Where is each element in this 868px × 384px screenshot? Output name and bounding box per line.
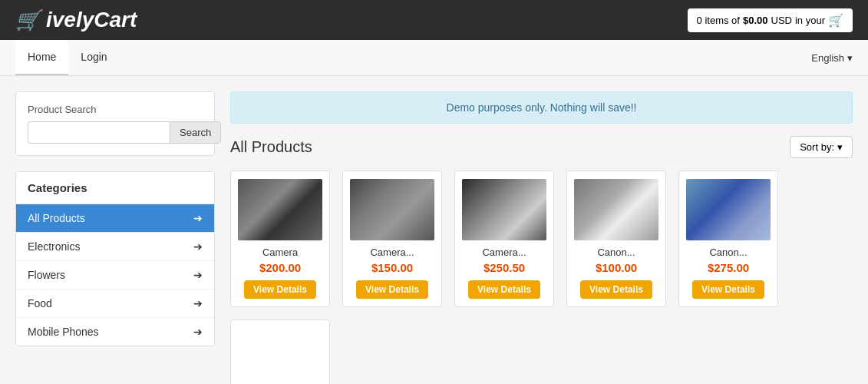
products-grid: Camera $200.00 View Details Camera... $1… — [230, 170, 853, 384]
product-image — [238, 328, 322, 384]
category-label: Food — [28, 297, 52, 310]
logo: 🛒 ivelyCart — [15, 8, 137, 32]
product-card: Canon... $275.00 View Details — [678, 170, 778, 307]
view-details-button[interactable]: View Details — [244, 280, 316, 299]
products-header: All Products Sort by: ▾ — [230, 136, 853, 158]
sidebar: Product Search Search Categories All Pro… — [15, 91, 215, 384]
cart-info[interactable]: 0 items of $0.00 USD in your 🛒 — [688, 8, 853, 32]
language-selector[interactable]: English ▾ — [811, 52, 853, 64]
view-details-button[interactable]: View Details — [468, 280, 540, 299]
search-row: Search — [28, 121, 203, 144]
product-image — [350, 179, 434, 240]
product-name: Camera... — [370, 247, 414, 258]
nav-home[interactable]: Home — [15, 40, 68, 75]
category-mobile-phones[interactable]: Mobile Phones ➔ — [16, 318, 214, 346]
product-price: $100.00 — [596, 261, 637, 274]
cart-logo-icon: 🛒 — [15, 8, 40, 32]
main-content: Demo purposes only. Nothing will save!! … — [230, 91, 853, 384]
product-card: Canon... $100.00 View Details — [566, 170, 666, 307]
category-label: Electronics — [28, 240, 80, 253]
category-label: Flowers — [28, 269, 65, 281]
nav-login[interactable]: Login — [68, 40, 119, 75]
product-price: $250.50 — [484, 261, 525, 274]
product-name: Camera — [262, 247, 298, 258]
product-image — [238, 179, 322, 240]
product-name: Canon... — [709, 247, 747, 258]
view-details-button[interactable]: View Details — [580, 280, 652, 299]
category-electronics[interactable]: Electronics ➔ — [16, 233, 214, 261]
sort-button[interactable]: Sort by: ▾ — [790, 136, 853, 158]
cart-icon: 🛒 — [828, 13, 843, 28]
product-name: Camera... — [482, 247, 526, 258]
product-image — [574, 179, 658, 240]
categories-title: Categories — [16, 172, 214, 204]
chevron-down-icon: ▾ — [837, 141, 843, 153]
arrow-icon: ➔ — [193, 240, 203, 253]
product-price: $275.00 — [708, 261, 749, 274]
product-card: Camera... $250.50 View Details — [454, 170, 554, 307]
product-card: Canon... $300.00 View Details — [230, 319, 330, 384]
nav-links: Home Login — [15, 40, 120, 75]
product-name: Canon... — [597, 247, 635, 258]
category-all-products[interactable]: All Products ➔ — [16, 204, 214, 233]
search-input[interactable] — [28, 121, 170, 144]
product-image — [686, 179, 771, 240]
sort-label: Sort by: — [800, 141, 834, 153]
arrow-icon: ➔ — [193, 297, 203, 310]
product-price: $150.00 — [371, 261, 413, 274]
category-label: All Products — [28, 212, 85, 224]
arrow-icon: ➔ — [193, 269, 203, 281]
page-title: All Products — [230, 138, 312, 156]
cart-suffix: in your — [795, 15, 825, 26]
cart-amount: $0.00 — [743, 15, 768, 26]
nav: Home Login English ▾ — [0, 40, 868, 76]
category-label: Mobile Phones — [28, 326, 99, 338]
category-flowers[interactable]: Flowers ➔ — [16, 261, 214, 290]
chevron-down-icon: ▾ — [847, 52, 853, 64]
product-card: Camera... $150.00 View Details — [342, 170, 442, 307]
cart-count-text: 0 items of — [697, 15, 740, 26]
demo-banner: Demo purposes only. Nothing will save!! — [230, 91, 853, 124]
language-label: English — [811, 52, 844, 64]
view-details-button[interactable]: View Details — [356, 280, 428, 299]
search-label: Product Search — [28, 104, 203, 115]
product-price: $200.00 — [259, 261, 301, 274]
search-button[interactable]: Search — [170, 121, 221, 144]
cart-currency: USD — [771, 15, 792, 26]
product-card: Camera $200.00 View Details — [230, 170, 330, 307]
product-image — [462, 179, 546, 240]
arrow-icon: ➔ — [193, 212, 203, 224]
main-layout: Product Search Search Categories All Pro… — [0, 76, 868, 384]
logo-text: ivelyCart — [46, 8, 137, 32]
view-details-button[interactable]: View Details — [692, 280, 764, 299]
header: 🛒 ivelyCart 0 items of $0.00 USD in your… — [0, 0, 868, 40]
categories-box: Categories All Products ➔ Electronics ➔ … — [15, 171, 215, 346]
category-food[interactable]: Food ➔ — [16, 290, 214, 318]
search-box: Product Search Search — [15, 91, 215, 156]
arrow-icon: ➔ — [193, 326, 203, 338]
